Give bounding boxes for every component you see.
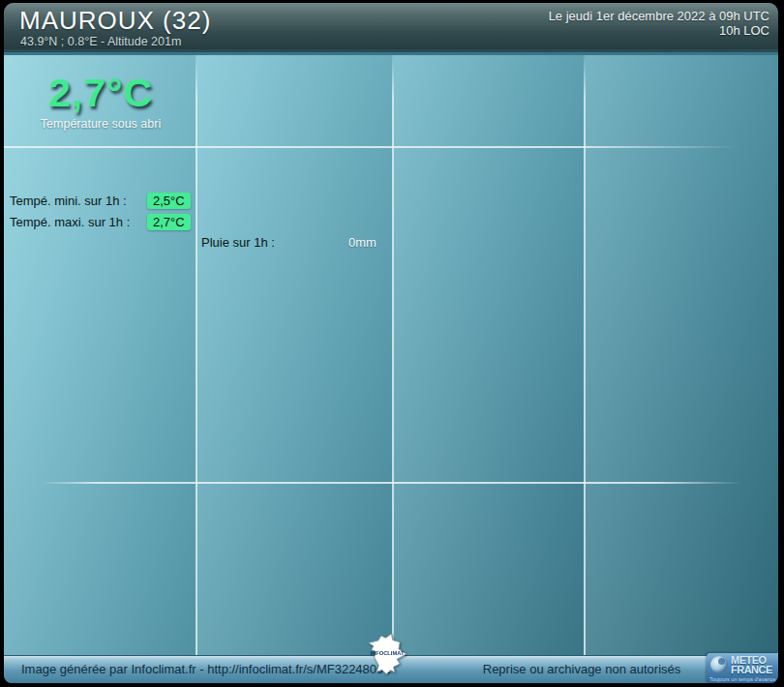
panel-column-band [4,55,196,655]
grid-horizontal-line [41,482,741,484]
weather-observation-image: MAUROUX (32) 43.9°N ; 0.8°E - Altitude 2… [0,0,784,687]
grid-horizontal-line [4,146,738,148]
temp-max-label: Tempé. maxi. sur 1h : [10,215,147,229]
panel-column-band [586,55,778,655]
datetime-local: 10h LOC [549,23,769,38]
rain-row: Pluie sur 1h : 0mm [201,232,377,252]
card-frame: MAUROUX (32) 43.9°N ; 0.8°E - Altitude 2… [4,3,778,683]
temp-min-value-badge: 2,5°C [147,193,191,209]
current-temperature-block: 2,7°C Température sous abri [4,71,197,131]
grid-vertical-line [392,55,394,655]
station-coordinates: 43.9°N ; 0.8°E - Altitude 201m [20,35,181,48]
current-temperature-value: 2,7°C [4,71,197,116]
panel-column-band [197,55,392,655]
observation-panel: 2,7°C Température sous abri Tempé. mini.… [4,55,778,655]
current-temperature-label: Température sous abri [4,117,197,131]
header: MAUROUX (32) 43.9°N ; 0.8°E - Altitude 2… [4,3,778,52]
temperature-stats: Tempé. mini. sur 1h : 2,5°C Tempé. maxi.… [10,190,191,232]
temp-max-value-badge: 2,7°C [147,214,191,230]
globe-icon [710,656,728,673]
france-map-icon: INFOCLIMAT [366,631,408,677]
observation-datetime: Le jeudi 1er décembre 2022 à 09h UTC 10h… [549,9,769,38]
credit-text: Image générée par Infoclimat.fr - http:/… [21,662,391,676]
rain-value: 0mm [348,235,377,250]
copyright-notice: Reprise ou archivage non autorisés [483,662,681,676]
infoclimat-logo: INFOCLIMAT [366,631,408,677]
temp-max-row: Tempé. maxi. sur 1h : 2,7°C [10,211,191,232]
svg-text:INFOCLIMAT: INFOCLIMAT [371,650,405,656]
panel-column-band [394,55,584,655]
temp-min-label: Tempé. mini. sur 1h : [10,194,147,208]
datetime-utc: Le jeudi 1er décembre 2022 à 09h UTC [549,9,769,23]
meteo-france-wordmark: METEO FRANCE [731,655,772,674]
rain-label: Pluie sur 1h : [201,235,348,250]
meteo-france-logo: METEO FRANCE Toujours un temps d'avance [707,653,778,683]
meteo-france-tagline: Toujours un temps d'avance [709,676,775,682]
grid-vertical-line [584,55,586,655]
meteo-france-line2: FRANCE [731,665,772,674]
grid-vertical-line [196,55,197,655]
temp-min-row: Tempé. mini. sur 1h : 2,5°C [10,190,191,211]
station-name: MAUROUX (32) [19,6,211,36]
